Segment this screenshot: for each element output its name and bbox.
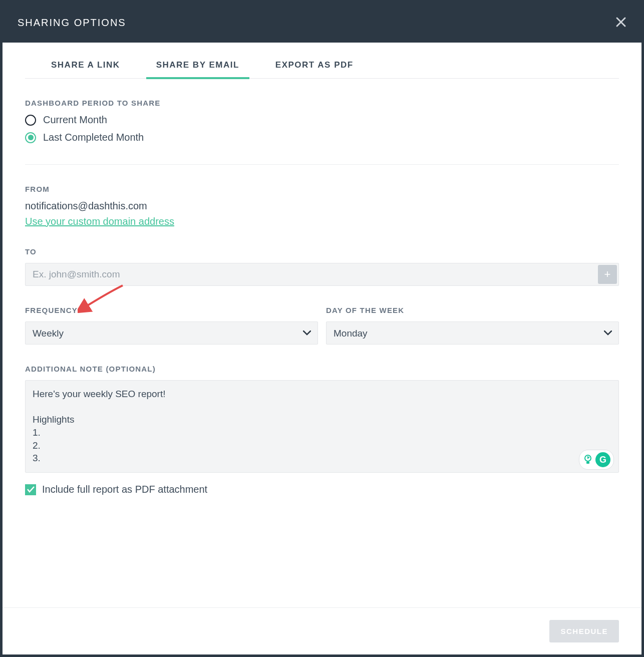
radio-label: Current Month [43, 114, 107, 126]
to-input[interactable] [25, 263, 619, 286]
divider [25, 164, 619, 165]
close-icon[interactable] [615, 15, 626, 30]
from-label: FROM [25, 185, 619, 193]
frequency-label: FREQUENCY [25, 306, 318, 314]
dialog-footer: SCHEDULE [3, 607, 641, 654]
period-label: DASHBOARD PERIOD TO SHARE [25, 99, 619, 107]
day-select[interactable]: Monday [326, 321, 619, 345]
frequency-select[interactable]: Weekly [25, 321, 318, 345]
custom-domain-link[interactable]: Use your custom domain address [25, 216, 174, 227]
radio-last-completed-month[interactable]: Last Completed Month [25, 132, 619, 143]
grammarly-icon: G [595, 452, 610, 467]
period-radio-group: Current Month Last Completed Month [25, 114, 619, 143]
dialog-header: SHARING OPTIONS [3, 3, 641, 43]
radio-current-month[interactable]: Current Month [25, 114, 619, 126]
dialog-content: SHARE A LINK SHARE BY EMAIL EXPORT AS PD… [3, 43, 641, 592]
day-label: DAY OF THE WEEK [326, 306, 619, 314]
add-recipient-button[interactable]: + [598, 265, 617, 284]
dialog-title: SHARING OPTIONS [18, 17, 126, 29]
to-row: + [25, 263, 619, 286]
checkbox-icon [25, 484, 36, 495]
note-textarea[interactable] [25, 380, 619, 473]
schedule-button[interactable]: SCHEDULE [549, 620, 619, 642]
note-label: ADDITIONAL NOTE (OPTIONAL) [25, 365, 619, 373]
pdf-attachment-checkbox[interactable]: Include full report as PDF attachment [25, 484, 619, 495]
lightbulb-icon [582, 454, 593, 466]
tab-share-email[interactable]: SHARE BY EMAIL [146, 55, 249, 79]
plus-icon: + [604, 268, 611, 281]
to-label: TO [25, 247, 619, 256]
tabs: SHARE A LINK SHARE BY EMAIL EXPORT AS PD… [25, 55, 619, 79]
from-email: notifications@dashthis.com [25, 200, 619, 212]
tab-share-link[interactable]: SHARE A LINK [41, 55, 130, 79]
radio-icon [25, 132, 36, 143]
radio-icon [25, 115, 36, 126]
radio-label: Last Completed Month [43, 132, 144, 143]
tab-export-pdf[interactable]: EXPORT AS PDF [265, 55, 364, 79]
svg-rect-1 [586, 462, 589, 464]
checkbox-label: Include full report as PDF attachment [42, 484, 207, 495]
sharing-options-dialog: SHARING OPTIONS SHARE A LINK SHARE BY EM… [3, 3, 641, 654]
grammarly-widget[interactable]: G [579, 450, 614, 470]
frequency-day-row: FREQUENCY Weekly DAY OF THE WEEK Monday [25, 286, 619, 345]
